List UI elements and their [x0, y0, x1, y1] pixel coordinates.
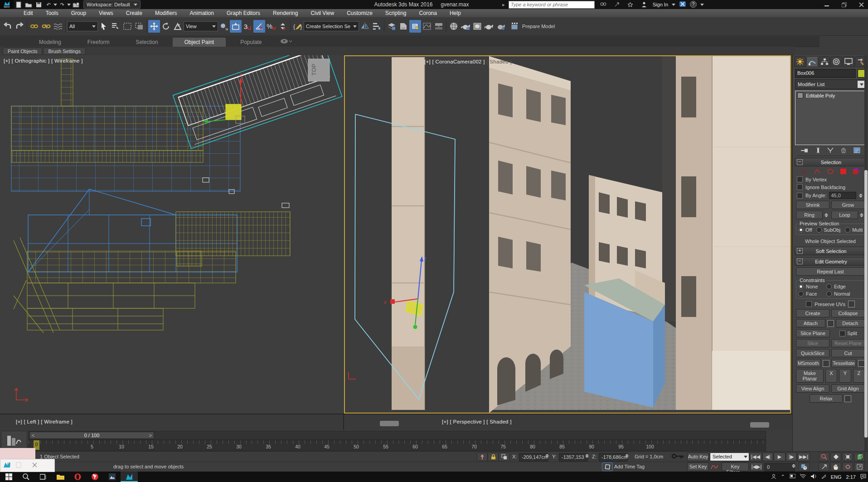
repeat-last-button[interactable]: Repeat Last	[796, 268, 865, 276]
render-iterative-icon[interactable]	[495, 20, 507, 33]
rectangular-selection-region-icon[interactable]	[121, 20, 133, 33]
modify-tab-icon[interactable]	[806, 56, 818, 67]
time-slider-track[interactable]: < 0 / 100 >	[28, 431, 766, 440]
menu-create[interactable]: Create	[120, 9, 149, 17]
ignore-backfacing-row[interactable]: Ignore Backfacing	[797, 184, 864, 190]
ignore-backfacing-checkbox[interactable]	[797, 184, 803, 190]
key-mode-toggle[interactable]: |◀▶|	[750, 463, 763, 471]
cut-button[interactable]: Cut	[831, 349, 865, 357]
scene-explorer-icon[interactable]	[409, 20, 421, 33]
by-vertex-checkbox[interactable]	[797, 176, 803, 182]
select-object-icon[interactable]	[98, 20, 110, 33]
selection-filter-dropdown[interactable]: All	[67, 21, 98, 31]
spinner-snap-icon[interactable]	[277, 20, 289, 33]
selection-set-dropdown[interactable]: Selected	[710, 453, 749, 461]
curve-editor-icon[interactable]	[421, 20, 433, 33]
ring-button[interactable]: Ring	[796, 211, 823, 219]
add-time-tag[interactable]: Add Time Tag	[614, 464, 645, 469]
previous-frame-arrow[interactable]: <	[32, 433, 34, 438]
grid-align-button[interactable]: Grid Align	[831, 385, 865, 393]
use-center-icon[interactable]	[230, 20, 242, 33]
redo-icon[interactable]: ↷	[57, 0, 67, 9]
loop-button[interactable]: Loop	[831, 211, 858, 219]
time-slider-handle[interactable]: < 0 / 100 >	[29, 432, 154, 439]
preserve-uvs-checkbox[interactable]	[806, 301, 812, 307]
select-by-name-icon[interactable]	[110, 20, 121, 33]
restore-button[interactable]	[837, 0, 851, 9]
by-vertex-row[interactable]: By Vertex	[797, 176, 864, 182]
select-and-manipulate-icon[interactable]	[218, 20, 230, 33]
by-angle-checkbox[interactable]	[797, 193, 803, 199]
remove-modifier-icon[interactable]	[841, 147, 846, 153]
photos-app-icon[interactable]	[103, 472, 121, 482]
help-icon[interactable]: ?	[690, 1, 697, 9]
preview-subobj-radio[interactable]	[816, 227, 822, 233]
tray-display-icon[interactable]	[790, 474, 795, 480]
play-button[interactable]: ▶	[774, 453, 786, 461]
slice-plane-button[interactable]: Slice Plane	[796, 329, 830, 337]
create-button[interactable]: Create	[796, 309, 829, 317]
redo-scene-icon[interactable]	[14, 20, 25, 33]
application-menu-button[interactable]: MAX	[0, 0, 14, 9]
ribbon-toggle-icon[interactable]	[398, 20, 409, 33]
x-spinner[interactable]	[545, 454, 550, 458]
start-button[interactable]	[0, 472, 17, 482]
display-tab-icon[interactable]	[843, 56, 854, 67]
preserve-uvs-settings-icon[interactable]	[848, 301, 855, 307]
configure-modifier-sets-icon[interactable]	[853, 147, 860, 153]
snaps-toggle-icon[interactable]: 3	[242, 20, 253, 33]
shrink-button[interactable]: Shrink	[796, 201, 829, 209]
make-unique-icon[interactable]	[827, 147, 834, 153]
z-spinner[interactable]	[625, 454, 630, 458]
motion-tab-icon[interactable]	[830, 56, 842, 67]
zoom-region-icon[interactable]	[819, 463, 829, 471]
popup-close-icon[interactable]	[32, 463, 37, 468]
tessellate-settings-icon[interactable]	[858, 360, 865, 367]
viewport-orthographic-label[interactable]: [+] [ Orthographic ] [ Wireframe ]	[4, 58, 83, 63]
thumbnail-preview[interactable]	[0, 448, 35, 460]
window-crossing-icon[interactable]	[133, 20, 145, 33]
scrollbar-thumb[interactable]	[864, 170, 868, 438]
notification-center-icon[interactable]	[860, 474, 866, 480]
viewcube[interactable]: TOP	[308, 59, 330, 81]
x-coord-field[interactable]: -209,147cm	[519, 453, 548, 462]
menu-edit[interactable]: Edit	[17, 9, 39, 17]
set-key-button[interactable]: Set Key	[687, 463, 709, 471]
tray-user-icon[interactable]	[771, 474, 776, 480]
ring-spinner[interactable]	[824, 211, 829, 219]
hierarchy-tab-icon[interactable]	[819, 56, 830, 67]
volume-icon[interactable]	[811, 474, 817, 480]
go-to-end-button[interactable]: ▶▶|	[797, 453, 810, 461]
angle-snap-icon[interactable]	[253, 20, 265, 33]
ribbon-minimize-icon[interactable]	[280, 39, 292, 45]
opera-browser-icon[interactable]	[69, 472, 86, 482]
attach-button[interactable]: Attach	[796, 319, 825, 327]
percent-snap-icon[interactable]: %	[265, 20, 277, 33]
reset-plane-button[interactable]: Reset Plane	[831, 339, 865, 347]
constraint-edge-radio[interactable]	[826, 284, 832, 289]
viewport-left-label[interactable]: [+] [ Left ] [ Wireframe ]	[16, 419, 73, 424]
select-and-link-icon[interactable]	[29, 20, 40, 33]
help-chevron-icon[interactable]	[700, 4, 704, 6]
go-to-start-button[interactable]: |◀◀	[749, 453, 762, 461]
edit-geometry-rollout-header[interactable]: − Edit Geometry	[795, 257, 866, 266]
track-bar[interactable]: 0 5 10 15 20 25 30 35 40 45 50 55 60 65 …	[28, 440, 766, 451]
communication-center-icon[interactable]	[612, 0, 622, 9]
selection-rollout-header[interactable]: − Selection	[795, 158, 866, 166]
minimize-button[interactable]	[820, 0, 834, 9]
zoom-all-icon[interactable]	[830, 453, 841, 461]
tessellate-button[interactable]: Tessellate	[831, 359, 856, 367]
reference-coordinate-dropdown[interactable]: View	[184, 21, 218, 31]
y-spinner[interactable]	[585, 454, 590, 458]
orbit-icon[interactable]	[842, 463, 853, 471]
maximize-viewport-toggle-icon[interactable]	[854, 463, 865, 471]
named-selection-dropdown[interactable]: Create Selection Se	[304, 21, 359, 31]
command-panel-scrollbar[interactable]	[864, 55, 868, 451]
zoom-extents-all-icon[interactable]	[854, 453, 865, 461]
grow-button[interactable]: Grow	[831, 201, 865, 209]
select-and-rotate-icon[interactable]	[160, 20, 172, 33]
next-frame-arrow[interactable]: >	[149, 433, 152, 438]
new-file-icon[interactable]	[14, 0, 24, 9]
preview-multi-radio[interactable]	[845, 227, 850, 233]
angle-value-field[interactable]: 45,0	[829, 192, 856, 199]
